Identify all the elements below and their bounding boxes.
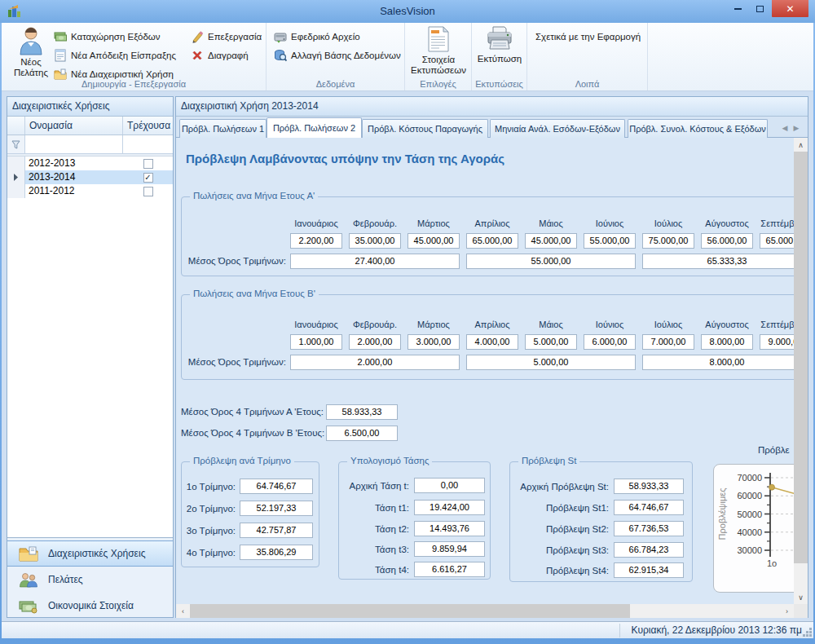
month-value-field[interactable]: 1.000,00 (290, 334, 342, 350)
about-label: Σχετικά με την Εφαρμογή (535, 32, 641, 42)
nav-item-fiscal-years[interactable]: Διαχειριστικές Χρήσεις (7, 540, 173, 567)
tab-sales-forecast-2[interactable]: Πρόβλ. Πωλήσεων 2 (267, 117, 362, 138)
month-value-field[interactable]: 75.000,00 (642, 233, 694, 249)
avg4-a-field[interactable]: 58.933,33 (326, 404, 398, 420)
maximize-button[interactable] (750, 0, 770, 17)
row-current-cell[interactable] (123, 184, 173, 198)
print-details-button[interactable]: Στοιχεία Εκτυπώσεων (409, 26, 468, 86)
checkbox-unchecked[interactable] (143, 159, 153, 169)
forecast-q2-field[interactable]: 52.197,33 (240, 501, 313, 516)
scroll-up-icon[interactable]: ∧ (794, 138, 808, 152)
forecast-st2-field[interactable]: 67.736,53 (614, 521, 684, 536)
forecast-st4-field[interactable]: 62.915,34 (614, 562, 684, 578)
new-customer-button[interactable]: Νέος Πελάτης (10, 26, 52, 86)
trend-t3-field[interactable]: 9.859,94 (414, 541, 485, 557)
checkbox-checked[interactable]: ✓ (143, 173, 153, 183)
tab-monthly-analysis[interactable]: Μηνιαία Ανάλ. Εσόδων-Εξόδων (490, 119, 625, 138)
quarter-avg-field[interactable]: 27.400,00 (290, 254, 460, 269)
forecast-q4-field[interactable]: 35.806,29 (240, 545, 313, 560)
tab-scroll-arrows[interactable]: ◀▶ (776, 120, 805, 136)
scroll-left-icon[interactable]: ‹ (176, 604, 190, 618)
printer-icon (487, 26, 513, 51)
print-button[interactable]: Εκτύπωση (474, 26, 525, 86)
row-current-cell[interactable]: ✓ (123, 170, 173, 184)
row-name[interactable]: 2012-2013 (25, 157, 123, 170)
month-value-field[interactable]: 2.200,00 (290, 233, 342, 249)
month-value-field[interactable]: 65.000,00 (466, 233, 518, 249)
quarter-avg-field[interactable]: 65.333,33 (642, 254, 794, 269)
forecast-q1-field[interactable]: 64.746,67 (240, 479, 313, 494)
window-title: SalesVision (0, 5, 815, 17)
month-value-field[interactable]: 65.000,00 (760, 233, 794, 249)
about-button[interactable]: Σχετικά με την Εφαρμογή (535, 28, 641, 46)
avg4-b-field[interactable]: 6.500,00 (326, 426, 398, 441)
tab-scroll-left-icon[interactable]: ◀ (782, 124, 788, 132)
month-value-field[interactable]: 55.000,00 (584, 233, 636, 249)
delete-button[interactable]: Διαγραφή (191, 46, 249, 64)
tab-production-cost[interactable]: Πρόβλ. Κόστους Παραγωγής (362, 119, 488, 138)
forecast-line-chart: 30000400005000060000700001ο2ο3ο4οΠροβλέψ… (714, 465, 794, 592)
forecast-st1-field[interactable]: 64.746,67 (614, 500, 684, 515)
quarter-avg-field[interactable]: 8.000,00 (642, 355, 794, 370)
ribbon-group-prints: Εκτύπωση Εκτυπώσεις (472, 23, 527, 90)
month-value-field[interactable]: 8.000,00 (701, 334, 753, 350)
tab-sales-forecast-1[interactable]: Πρόβλ. Πωλήσεων 1 (179, 119, 267, 138)
filter-name-input[interactable] (25, 135, 123, 153)
vertical-scrollbar[interactable]: ∧ ∨ (794, 138, 808, 604)
tab-total-cost[interactable]: Πρόβλ. Συνολ. Κόστους & Εξόδων (628, 119, 768, 138)
column-header-current[interactable]: Τρέχουσα (123, 117, 173, 135)
trend-t4-field[interactable]: 6.616,27 (414, 562, 485, 577)
register-expenses-button[interactable]: Καταχώρηση Εξόδων (54, 28, 161, 46)
avg4-b-label: Μέσος Όρος 4 Τριμήνων Β 'Ετους: (181, 428, 324, 438)
app-window: SalesVision ✕ Νέος Πελάτης Καταχώρηση Εξ… (0, 0, 815, 644)
trend-t2-field[interactable]: 14.493,76 (414, 521, 485, 536)
column-header-name[interactable]: Ονομασία (25, 117, 123, 135)
scroll-down-icon[interactable]: ∨ (794, 590, 808, 604)
minimize-button[interactable] (728, 0, 748, 17)
table-row-selected[interactable]: 2013-2014 ✓ (7, 170, 173, 184)
scroll-right-icon[interactable]: › (780, 604, 794, 618)
month-value-field[interactable]: 3.000,00 (408, 334, 460, 350)
quarter-avg-field[interactable]: 55.000,00 (466, 254, 636, 269)
sidebar-nav: Διαχειριστικές Χρήσεις Πελάτες Οικονομικ… (7, 537, 173, 617)
month-value-field[interactable]: 56.000,00 (701, 233, 753, 249)
new-receipt-button[interactable]: Νέα Απόδειξη Είσπραξης (54, 46, 176, 64)
quarter-avg-field[interactable]: 2.000,00 (290, 355, 460, 370)
month-value-field[interactable]: 7.000,00 (642, 334, 694, 350)
table-row[interactable]: 2011-2012 (7, 184, 173, 198)
nav-item-financials[interactable]: Οικονομικά Στοιχεία (7, 593, 173, 619)
horizontal-scrollbar[interactable]: ‹ › (176, 604, 794, 618)
quarter-avg-field[interactable]: 5.000,00 (466, 355, 636, 370)
change-database-button[interactable]: Αλλαγή Βάσης Δεδομένων (274, 46, 401, 64)
month-value-field[interactable]: 35.000,00 (349, 233, 401, 249)
row-current-cell[interactable] (123, 157, 173, 170)
resize-grip[interactable] (809, 634, 812, 637)
edit-button[interactable]: Επεξεργασία (191, 28, 262, 46)
horizontal-scroll-thumb[interactable] (190, 604, 630, 618)
vertical-scroll-thumb[interactable] (794, 152, 808, 563)
forecast-st0-field[interactable]: 58.933,33 (614, 479, 684, 494)
forecast-st3-field[interactable]: 66.784,23 (614, 542, 684, 558)
close-button[interactable]: ✕ (772, 0, 808, 17)
month-value-field[interactable]: 45.000,00 (408, 233, 460, 249)
month-value-field[interactable]: 5.000,00 (525, 334, 577, 350)
new-customer-icon (19, 26, 43, 55)
filter-current-input[interactable] (123, 135, 173, 153)
row-name[interactable]: 2011-2012 (25, 184, 123, 198)
backup-file-button[interactable]: Εφεδρικό Αρχείο (274, 28, 360, 46)
tab-scroll-right-icon[interactable]: ▶ (794, 124, 800, 132)
month-value-field[interactable]: 9.000,00 (760, 334, 794, 350)
nav-item-customers[interactable]: Πελάτες (7, 567, 173, 593)
month-value-field[interactable]: 6.000,00 (584, 334, 636, 350)
checkbox-unchecked[interactable] (143, 187, 153, 196)
month-value-field[interactable]: 4.000,00 (466, 334, 518, 350)
tab-strip: Πρόβλ. Πωλήσεων 1 Πρόβλ. Πωλήσεων 2 Πρόβ… (176, 117, 808, 138)
forecast-q3-field[interactable]: 42.757,87 (240, 523, 313, 538)
row-name[interactable]: 2013-2014 (25, 170, 123, 184)
trend-t1-field[interactable]: 19.424,00 (414, 500, 485, 515)
month-value-field[interactable]: 2.000,00 (349, 334, 401, 350)
trend-t0-field[interactable]: 0,00 (414, 478, 485, 493)
month-label: Μάρτιος (404, 218, 463, 228)
table-row[interactable]: 2012-2013 (7, 157, 173, 170)
month-value-field[interactable]: 45.000,00 (525, 233, 577, 249)
